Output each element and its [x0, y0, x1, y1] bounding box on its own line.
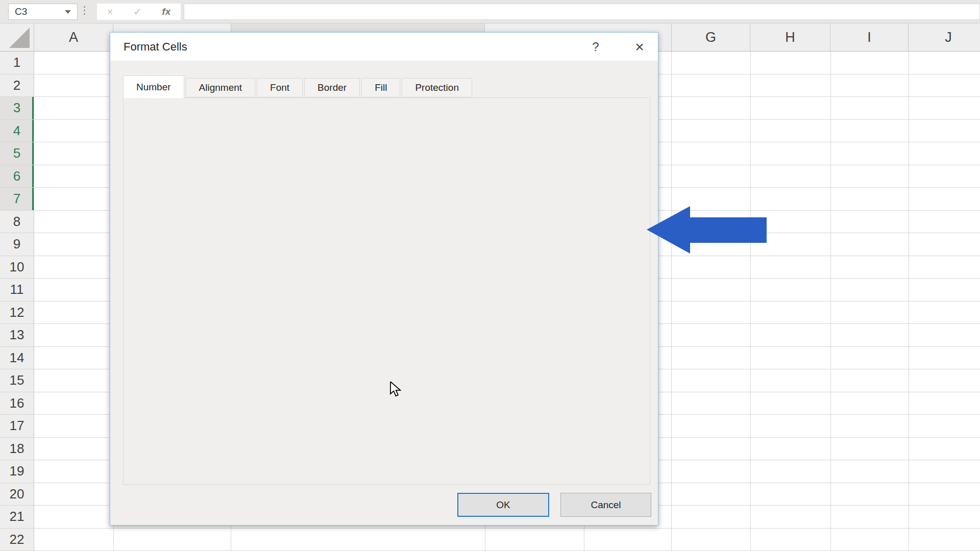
cancel-button[interactable]: Cancel — [560, 493, 651, 517]
row-header[interactable]: 8 — [0, 211, 34, 234]
row-headers: 12345678910111213141516171819202122 — [0, 52, 34, 551]
column-header-g[interactable]: G — [671, 23, 750, 51]
column-header-h[interactable]: H — [750, 23, 830, 51]
tab-strip: NumberAlignmentFontBorderFillProtection — [123, 76, 474, 97]
grid-row — [34, 529, 980, 551]
cancel-entry-icon[interactable]: × — [107, 6, 113, 18]
dialog-tab[interactable]: Protection — [402, 78, 472, 97]
dialog-help-button[interactable]: ? — [584, 33, 607, 61]
row-header[interactable]: 3 — [0, 97, 34, 120]
gridline — [830, 52, 831, 551]
confirm-entry-icon[interactable]: ✓ — [133, 6, 142, 18]
more-options-icon[interactable] — [84, 6, 85, 15]
insert-function-icon[interactable]: fx — [162, 6, 170, 17]
row-header[interactable]: 16 — [0, 392, 34, 415]
column-header-j[interactable]: J — [909, 23, 980, 51]
row-header[interactable]: 17 — [0, 415, 34, 438]
dialog-tab[interactable]: Alignment — [186, 78, 256, 97]
dialog-title: Format Cells — [124, 33, 187, 61]
row-header[interactable]: 21 — [0, 506, 34, 529]
row-header[interactable]: 15 — [0, 369, 34, 392]
row-header[interactable]: 1 — [0, 52, 34, 74]
row-header[interactable]: 2 — [0, 74, 34, 97]
select-all-button[interactable] — [0, 23, 34, 51]
row-header[interactable]: 14 — [0, 347, 34, 370]
ok-button[interactable]: OK — [457, 493, 549, 517]
row-header[interactable]: 19 — [0, 460, 34, 483]
row-header[interactable]: 11 — [0, 279, 34, 302]
dialog-tab[interactable]: Fill — [361, 78, 400, 97]
dialog-close-button[interactable]: × — [628, 33, 651, 61]
row-header[interactable]: 10 — [0, 256, 34, 279]
column-header-a[interactable]: A — [34, 23, 113, 51]
row-header[interactable]: 20 — [0, 483, 34, 506]
excel-window: C3 × ✓ fx A G H I J 12345678910111213141… — [0, 0, 980, 551]
row-header[interactable]: 9 — [0, 233, 34, 256]
row-header[interactable]: 7 — [0, 188, 34, 211]
row-header[interactable]: 4 — [0, 120, 34, 143]
name-box-value: C3 — [9, 6, 65, 17]
row-header[interactable]: 5 — [0, 142, 34, 165]
dialog-tab[interactable]: Border — [304, 78, 360, 97]
name-box[interactable]: C3 — [8, 4, 78, 20]
row-header[interactable]: 13 — [0, 324, 34, 347]
row-header[interactable]: 12 — [0, 302, 34, 324]
gridline — [750, 52, 751, 551]
dialog-tab[interactable]: Number — [123, 76, 184, 98]
formula-input[interactable] — [184, 4, 980, 20]
formula-buttons: × ✓ fx — [97, 4, 181, 20]
format-cells-dialog: Format Cells ? × NumberAlignmentFontBord… — [110, 32, 658, 525]
column-header-i[interactable]: I — [830, 23, 909, 51]
name-box-dropdown-icon[interactable] — [65, 10, 71, 14]
gridline — [671, 52, 672, 551]
annotation-arrow-left-icon — [644, 202, 769, 258]
row-header[interactable]: 22 — [0, 529, 34, 551]
formula-bar: C3 × ✓ fx — [0, 0, 980, 23]
dialog-tab[interactable]: Font — [257, 78, 303, 97]
gridline — [909, 52, 909, 551]
mouse-cursor-icon — [389, 382, 403, 397]
number-tab-pane — [123, 97, 650, 485]
row-header[interactable]: 18 — [0, 438, 34, 461]
dialog-titlebar: Format Cells ? × — [110, 33, 658, 61]
select-all-triangle-icon — [9, 28, 30, 48]
row-header[interactable]: 6 — [0, 165, 34, 188]
